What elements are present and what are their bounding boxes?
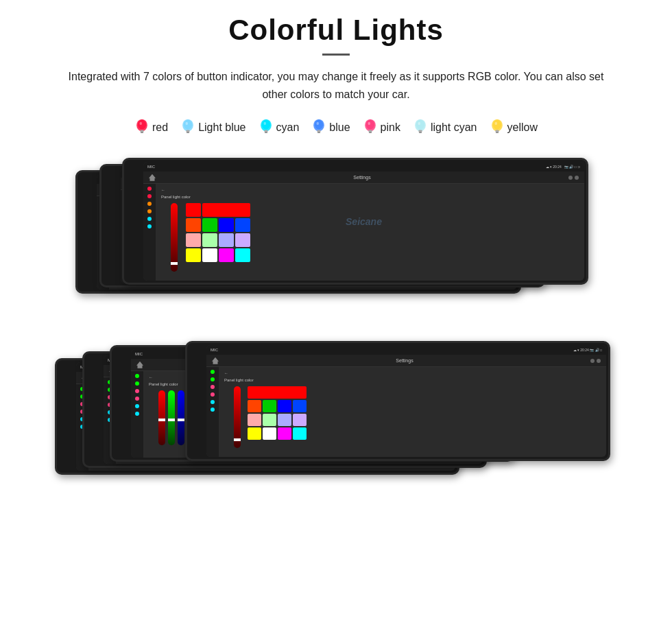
color-cell xyxy=(219,248,234,262)
bottom-device-group: MIC Settings xyxy=(27,341,645,499)
svg-point-6 xyxy=(184,120,192,130)
color-grid-bottom xyxy=(248,386,307,440)
bulb-icon xyxy=(311,118,326,137)
color-cell xyxy=(219,218,234,232)
title-divider xyxy=(322,54,350,56)
screen: MIC ☁ ▾ 20:24 📷 🔊 □ Settings xyxy=(206,345,606,457)
svg-point-24 xyxy=(368,122,370,125)
bulb-icon xyxy=(134,118,149,137)
svg-rect-17 xyxy=(317,130,321,132)
content-area: ← Panel light color xyxy=(206,367,606,457)
svg-point-4 xyxy=(140,122,143,125)
top-device-3: MIC ☁ ▾ 20:24 📷 🔊 □ ⊃ Settings xyxy=(122,158,588,285)
svg-rect-3 xyxy=(141,132,143,133)
color-cell xyxy=(186,203,201,217)
bulb-icon xyxy=(363,118,378,137)
svg-rect-7 xyxy=(187,130,190,132)
bulb-icon xyxy=(490,118,505,137)
svg-rect-8 xyxy=(187,132,189,133)
color-cell xyxy=(235,218,250,232)
color-label: red xyxy=(152,121,168,134)
bulb-icon xyxy=(180,118,195,137)
svg-point-34 xyxy=(494,122,497,125)
sliders xyxy=(171,203,178,272)
side-dot xyxy=(147,209,152,213)
header-icons xyxy=(590,359,601,363)
svg-point-9 xyxy=(186,122,189,125)
page-container: Colorful Lights Integrated with 7 colors… xyxy=(0,0,672,519)
bulb-icon xyxy=(413,118,428,137)
color-label: pink xyxy=(381,121,400,134)
header-bar: Settings xyxy=(143,172,584,184)
bottom-device-stack: MIC Settings xyxy=(55,341,617,499)
status-icons: ☁ ▾ 20:24 📷 🔊 □ ⊃ xyxy=(546,165,580,169)
header-bar: Settings xyxy=(206,355,606,367)
panel-label: Panel light color xyxy=(161,195,579,199)
color-label: Light blue xyxy=(198,121,245,134)
svg-rect-2 xyxy=(140,130,143,132)
panel-content: ← Panel light color xyxy=(219,367,606,457)
side-dot xyxy=(147,217,152,221)
color-label: blue xyxy=(329,121,350,134)
color-label: cyan xyxy=(276,121,300,134)
color-item-pink: pink xyxy=(363,118,400,137)
svg-point-1 xyxy=(138,120,146,130)
svg-point-31 xyxy=(492,120,501,130)
side-panel xyxy=(143,184,156,281)
slider-and-grid xyxy=(171,203,579,272)
svg-point-29 xyxy=(418,122,420,125)
color-item-cyan: cyan xyxy=(259,118,300,137)
back-button: ← xyxy=(161,188,579,192)
home-icon xyxy=(149,174,156,181)
svg-point-14 xyxy=(263,122,266,125)
color-item-light-cyan: light cyan xyxy=(413,118,477,137)
page-title: Colorful Lights xyxy=(27,14,645,47)
home-icon xyxy=(212,357,219,364)
svg-rect-32 xyxy=(495,130,499,132)
color-label: light cyan xyxy=(431,121,477,134)
color-cell xyxy=(202,233,217,247)
svg-point-16 xyxy=(315,120,323,130)
side-dot xyxy=(147,194,152,198)
header-icons xyxy=(568,176,579,180)
color-cell xyxy=(219,233,234,247)
color-item-light-blue: Light blue xyxy=(180,118,245,137)
side-dot xyxy=(147,224,152,228)
svg-rect-18 xyxy=(317,132,320,133)
color-cell xyxy=(186,248,201,262)
settings-icon xyxy=(568,176,573,180)
red-slider xyxy=(171,203,178,272)
more-icon xyxy=(575,176,579,180)
color-legend-row: red Light blue cyan blue pink xyxy=(27,118,645,137)
side-dot xyxy=(147,187,152,191)
color-item-red: red xyxy=(134,118,168,137)
svg-point-21 xyxy=(365,120,374,130)
slider-and-grid xyxy=(234,386,601,448)
bot-device-4: MIC ☁ ▾ 20:24 📷 🔊 □ Settings xyxy=(185,341,610,461)
svg-rect-28 xyxy=(419,132,422,133)
content-area: ← Panel light color xyxy=(143,184,584,281)
svg-rect-12 xyxy=(264,130,267,132)
status-bar: MIC ☁ ▾ 20:24 📷 🔊 □ ⊃ xyxy=(143,162,584,172)
home-icon xyxy=(136,362,143,368)
color-cell xyxy=(235,248,250,262)
status-bar: MIC ☁ ▾ 20:24 📷 🔊 □ xyxy=(206,345,606,355)
svg-rect-22 xyxy=(368,130,372,132)
svg-rect-27 xyxy=(418,130,422,132)
color-item-yellow: yellow xyxy=(490,118,538,137)
top-device-group: MIC Settings xyxy=(27,158,645,319)
color-item-blue: blue xyxy=(311,118,350,137)
color-cell xyxy=(202,248,217,262)
side-dot xyxy=(147,202,152,206)
svg-rect-13 xyxy=(264,132,267,133)
svg-rect-33 xyxy=(495,132,498,133)
color-grid xyxy=(186,203,250,262)
top-device-stack: MIC Settings xyxy=(75,158,597,319)
color-cell xyxy=(235,233,250,247)
panel-content: ← Panel light color xyxy=(156,184,584,281)
svg-point-11 xyxy=(261,120,269,130)
svg-point-19 xyxy=(317,122,320,125)
color-cell xyxy=(202,203,250,217)
description: Integrated with 7 colors of button indic… xyxy=(55,68,617,103)
side-panel xyxy=(206,367,219,457)
